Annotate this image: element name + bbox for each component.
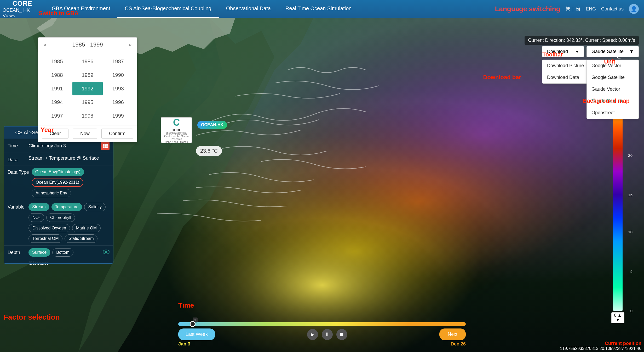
svg-rect-8 [105, 145, 106, 147]
var-no3[interactable]: NO₃ [28, 213, 44, 222]
year-1987[interactable]: 1987 [103, 55, 133, 68]
year-picker-header: « 1985 - 1999 » [38, 38, 137, 52]
year-1986[interactable]: 1986 [72, 55, 103, 68]
slider-track[interactable]: 1 [178, 322, 466, 326]
year-1993[interactable]: 1993 [103, 82, 133, 95]
nav-link-obs[interactable]: Observational Data [219, 0, 278, 18]
nav-links: GBA Ocean Environment CS Air-Sea-Biogeoc… [44, 0, 495, 18]
svg-rect-10 [103, 147, 105, 148]
datatype-climatology[interactable]: Ocean Env(Climatology) [32, 168, 84, 176]
datatype-1992-2011[interactable]: Ocean Env(1992-2011) [32, 178, 83, 187]
data-content: Stream + Temperature @ Surface [28, 155, 110, 161]
year-now-btn[interactable]: Now [73, 129, 97, 139]
switch-gba-label[interactable]: Switch to GBA [39, 10, 79, 17]
lang-trad[interactable]: 繁 [566, 6, 570, 12]
next-btn[interactable]: Next [439, 328, 466, 340]
eye-btn[interactable] [103, 249, 110, 256]
play-controls: ▶ ⏸ ⏹ [307, 329, 347, 340]
slider-thumb[interactable] [190, 321, 196, 327]
variable-content: Stream Temperature Salinity NO₃ Chloroph… [28, 203, 110, 243]
var-terrestrial-om[interactable]: Terrestrial OM [28, 234, 62, 243]
map-dropdown: Google Vector Google Satellite Gaude Vec… [586, 60, 639, 119]
year-1992[interactable]: 1992 [72, 82, 103, 95]
date-end-label: Dec 26 [451, 341, 466, 347]
year-grid: 1985 1986 1987 1988 1989 1990 1991 1992 … [38, 52, 137, 125]
scale-min-input[interactable]: 0 ▲▼ [611, 312, 624, 323]
year-confirm-btn[interactable]: Confirm [101, 129, 133, 139]
nav-logo-top: CORE [12, 0, 32, 8]
var-stream[interactable]: Stream [28, 203, 49, 211]
var-dissolved-oxygen[interactable]: Dissolved Oxygen [28, 224, 70, 232]
contact-btn[interactable]: Contact us [601, 6, 624, 12]
tick-10: 10 [628, 230, 632, 234]
year-1999[interactable]: 1999 [103, 109, 133, 123]
coordinates: 119.7552933370813,20.1059228773921 46 [560, 346, 641, 351]
grid-icon [103, 143, 108, 148]
svg-rect-5 [105, 144, 106, 145]
year-range: 1985 - 1999 [72, 41, 103, 48]
lang-options: 繁 | 簡 | ENG [566, 6, 596, 12]
var-salinity[interactable]: Salinity [84, 203, 106, 211]
play-btn[interactable]: ▶ [307, 329, 318, 340]
eye-icon [103, 249, 110, 255]
temp-popup: 23.6 °C [196, 146, 222, 156]
year-1997[interactable]: 1997 [42, 109, 72, 123]
nav-link-rt[interactable]: Real Time Ocean Simulation [278, 0, 359, 18]
map-gaude-satellite[interactable]: Gaude Satellite [587, 95, 639, 107]
time-label: Time [8, 142, 26, 149]
var-chlorophyll[interactable]: Chlorophyll [46, 213, 75, 222]
var-temperature[interactable]: Temperature [51, 203, 82, 211]
year-next-btn[interactable]: » [129, 41, 132, 48]
current-position: Current position 119.7552933370813,20.10… [560, 341, 641, 351]
var-static-stream[interactable]: Static Stream [65, 234, 97, 243]
year-prev-btn[interactable]: « [43, 41, 47, 48]
var-marine-om[interactable]: Marine OM [72, 224, 101, 232]
map-google-vector[interactable]: Google Vector [587, 60, 639, 72]
current-position-annotation: Current position [560, 341, 641, 346]
tick-20: 20 [628, 153, 632, 158]
year-1985[interactable]: 1985 [42, 55, 72, 68]
map-openstreet[interactable]: Openstreet [587, 107, 639, 119]
last-week-btn[interactable]: Last Week [178, 328, 215, 340]
year-picker: « 1985 - 1999 » 1985 1986 1987 1988 1989… [38, 37, 137, 142]
svg-point-14 [105, 251, 107, 253]
map-gaude-vector[interactable]: Gaude Vector [587, 83, 639, 95]
tick-5: 5 [630, 269, 632, 274]
svg-rect-9 [106, 145, 108, 147]
depth-surface[interactable]: Surface [28, 248, 50, 257]
lang-simp[interactable]: 簡 [576, 6, 580, 12]
year-1991[interactable]: 1991 [42, 82, 72, 95]
datatype-row: Data Type Ocean Env(Climatology) Ocean E… [4, 165, 113, 200]
nav-link-cs[interactable]: CS Air-Sea-Biogeochemical Coupling [117, 0, 218, 18]
data-row: Data Stream + Temperature @ Surface [4, 153, 113, 165]
nav-logo-bottom: OCEAN_ HK Views [3, 8, 42, 19]
map-google-satellite[interactable]: Google Satellite [587, 72, 639, 83]
tick-0: 0 [630, 309, 632, 313]
date-labels: Jan 3 Dec 26 [178, 341, 466, 347]
year-1998[interactable]: 1998 [72, 109, 103, 123]
variable-row: Variable Stream Temperature Salinity NO₃… [4, 200, 113, 246]
time-grid-btn[interactable] [101, 142, 110, 150]
date-start-label: Jan 3 [178, 341, 190, 347]
year-1990[interactable]: 1990 [103, 68, 133, 82]
year-clear-btn[interactable]: Clear [42, 129, 68, 139]
year-1995[interactable]: 1995 [72, 95, 103, 109]
svg-rect-6 [106, 144, 108, 145]
time-slider-container: Time 1 Last Week ▶ ⏸ ⏹ Next Jan 3 Dec 26 [178, 322, 466, 347]
user-avatar[interactable]: 👤 [629, 4, 639, 14]
year-1989[interactable]: 1989 [72, 68, 103, 82]
year-1994[interactable]: 1994 [42, 95, 72, 109]
stop-btn[interactable]: ⏹ [336, 329, 347, 340]
svg-rect-11 [105, 147, 106, 148]
lang-eng[interactable]: ENG [586, 6, 596, 12]
pause-btn[interactable]: ⏸ [322, 329, 333, 340]
year-1996[interactable]: 1996 [103, 95, 133, 109]
depth-bottom[interactable]: Bottom [52, 248, 73, 257]
datatype-atmospheric[interactable]: Atmospheric Env [32, 189, 71, 197]
time-value: Climatology Jan 3 [28, 143, 66, 149]
year-1988[interactable]: 1988 [42, 68, 72, 82]
depth-label: Depth [8, 248, 26, 255]
core-text: CORE [171, 128, 181, 132]
download-btn[interactable]: Download ▼ [542, 46, 584, 57]
map-type-btn[interactable]: Gaude Satellite ▼ [586, 46, 639, 57]
